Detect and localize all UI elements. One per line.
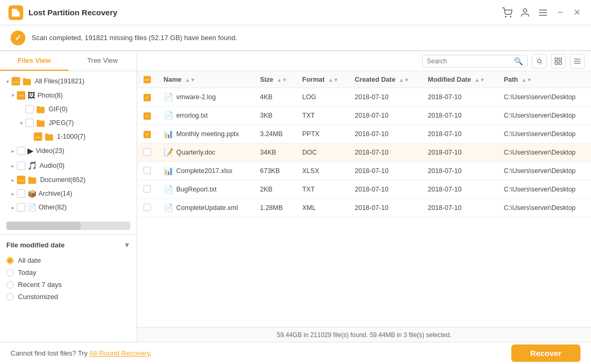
col-header-format[interactable]: Format ▲▼ bbox=[297, 71, 350, 88]
file-type-icon: 📄 bbox=[164, 203, 173, 213]
file-type-icon: 📄 bbox=[164, 185, 173, 194]
table-row[interactable]: 📝 Quarterly.doc 34KB DOC 2018-07-10 2018… bbox=[137, 143, 591, 162]
minimize-button[interactable]: − bbox=[555, 7, 565, 18]
radio-recent7[interactable] bbox=[6, 281, 14, 289]
col-header-path[interactable]: Path ▲▼ bbox=[499, 71, 591, 88]
file-type-icon: 📝 bbox=[164, 148, 173, 157]
tree-item-gif[interactable]: GIF(0) bbox=[17, 102, 137, 116]
svg-point-1 bbox=[510, 16, 511, 17]
all-round-recovery-link[interactable]: All-Round Recovery bbox=[89, 349, 150, 357]
header-checkbox[interactable] bbox=[144, 76, 151, 83]
row-checkbox[interactable] bbox=[144, 185, 151, 193]
svg-rect-14 bbox=[559, 62, 561, 64]
col-header-modified[interactable]: Modified Date ▲▼ bbox=[423, 71, 499, 88]
file-created: 2018-07-10 bbox=[349, 107, 423, 125]
tree-cb-other[interactable] bbox=[17, 203, 25, 212]
file-size: 3.24MB bbox=[255, 125, 297, 143]
search-box[interactable]: 🔍 bbox=[422, 55, 528, 68]
tree-cb-document[interactable] bbox=[17, 176, 25, 184]
radio-all-date[interactable] bbox=[6, 257, 14, 264]
file-table: Name ▲▼ Size ▲▼ Format ▲▼ Created Date bbox=[137, 71, 591, 327]
tree-item-audio[interactable]: 🎵 Audio(0) bbox=[8, 158, 137, 173]
col-header-name[interactable]: Name ▲▼ bbox=[158, 71, 255, 88]
file-path: C:\Users\server\Desktop bbox=[499, 143, 591, 162]
radio-custom[interactable] bbox=[6, 293, 14, 301]
sidebar-scroll: All Files(191821) 🖼 Photo(8) bbox=[0, 71, 137, 342]
content-area: 🔍 Name bbox=[137, 51, 591, 342]
sort-path-icon: ▲▼ bbox=[521, 77, 532, 83]
tree-cb-jpeg[interactable] bbox=[25, 119, 34, 127]
tree-item-video[interactable]: ▶ Video(23) bbox=[8, 143, 137, 158]
tab-files-view[interactable]: Files View bbox=[0, 51, 69, 71]
file-name: errorlog.txt bbox=[176, 112, 208, 119]
tree-cb-gif[interactable] bbox=[25, 105, 34, 113]
svg-rect-13 bbox=[555, 62, 558, 64]
row-checkbox[interactable] bbox=[144, 204, 151, 211]
file-format: LOG bbox=[297, 88, 350, 107]
tree-item-other[interactable]: 📄 Other(82) bbox=[8, 200, 137, 214]
file-type-icon: 📊 bbox=[164, 166, 173, 176]
recover-button[interactable]: Recover bbox=[511, 344, 580, 362]
table-row[interactable]: 📄 BugReport.txt 2KB TXT 2018-07-10 2018-… bbox=[137, 180, 591, 199]
col-header-created[interactable]: Created Date ▲▼ bbox=[349, 71, 423, 88]
row-checkbox[interactable] bbox=[144, 94, 151, 101]
table-row[interactable]: 📄 errorlog.txt 3KB TXT 2018-07-10 2018-0… bbox=[137, 107, 591, 125]
search-icon[interactable]: 🔍 bbox=[514, 57, 523, 65]
tree-item-all-files[interactable]: All Files(191821) bbox=[0, 74, 137, 88]
tree-cb-audio[interactable] bbox=[17, 161, 25, 170]
tree-item-archive[interactable]: 📦 Archive(14) bbox=[8, 187, 137, 200]
status-bar: 59.44GB in 211029 file(s) found. 59.44MB… bbox=[137, 327, 591, 342]
file-created: 2018-07-10 bbox=[349, 125, 423, 143]
filter-all-date[interactable]: All date bbox=[6, 254, 130, 266]
search-input[interactable] bbox=[427, 58, 514, 65]
file-name: BugReport.txt bbox=[176, 186, 216, 193]
preview-view-button[interactable] bbox=[532, 54, 547, 69]
tree-cb-video[interactable] bbox=[17, 147, 25, 155]
file-modified: 2018-07-10 bbox=[423, 199, 499, 217]
tree-label-archive: Archive(14) bbox=[39, 190, 72, 197]
table-row[interactable]: 📊 Complete2017.xlsx 673KB XLSX 2018-07-1… bbox=[137, 162, 591, 180]
table-row[interactable]: 📊 Monthly meeting.pptx 3.24MB PPTX 2018-… bbox=[137, 125, 591, 143]
filter-recent7[interactable]: Recent 7 days bbox=[6, 279, 130, 291]
tree-item-jpeg[interactable]: JPEG(7) bbox=[17, 116, 137, 130]
status-text: 59.44GB in 211029 file(s) found. 59.44MB… bbox=[277, 331, 452, 339]
sort-size-icon: ▲▼ bbox=[277, 77, 287, 83]
grid-view-button[interactable] bbox=[551, 54, 566, 69]
tree-arrow-other bbox=[8, 203, 17, 212]
filter-expand-icon: ▼ bbox=[123, 241, 130, 249]
tree-item-photo[interactable]: 🖼 Photo(8) bbox=[8, 88, 137, 102]
tree-item-1000[interactable]: 1-1000(7) bbox=[25, 130, 137, 143]
filter-title[interactable]: File modified date ▼ bbox=[6, 241, 130, 249]
tree-item-document[interactable]: Document(652) bbox=[8, 173, 137, 187]
file-type-icon: 📄 bbox=[164, 92, 173, 102]
tree-cb-photo[interactable] bbox=[17, 91, 25, 100]
svg-point-2 bbox=[523, 8, 527, 12]
table-row[interactable]: 📄 CompleteUpdate.xml 1.28MB XML 2018-07-… bbox=[137, 199, 591, 217]
tree-cb-all[interactable] bbox=[12, 77, 20, 85]
tab-tree-view[interactable]: Tree View bbox=[69, 51, 137, 71]
tree-cb-1000[interactable] bbox=[34, 132, 42, 141]
radio-today[interactable] bbox=[6, 269, 14, 276]
row-checkbox[interactable] bbox=[144, 167, 151, 174]
row-checkbox[interactable] bbox=[144, 112, 151, 120]
close-button[interactable]: ✕ bbox=[571, 7, 583, 17]
tree-group-video: ▶ Video(23) bbox=[8, 143, 137, 158]
file-type-icon: 📊 bbox=[164, 129, 173, 139]
row-checkbox[interactable] bbox=[144, 131, 151, 138]
list-view-button[interactable] bbox=[570, 54, 585, 69]
col-header-size[interactable]: Size ▲▼ bbox=[255, 71, 297, 88]
scroll-indicator[interactable] bbox=[6, 222, 130, 230]
filter-custom[interactable]: Cunstomized bbox=[6, 291, 130, 303]
menu-icon[interactable] bbox=[537, 7, 549, 18]
window-controls: − ✕ bbox=[501, 7, 583, 18]
table-row[interactable]: 📄 vmware-2.log 4KB LOG 2018-07-10 2018-0… bbox=[137, 88, 591, 107]
user-icon[interactable] bbox=[519, 7, 531, 18]
filter-today[interactable]: Today bbox=[6, 266, 130, 279]
tree-cb-archive[interactable] bbox=[17, 189, 25, 198]
file-name: CompleteUpdate.xml bbox=[176, 204, 238, 212]
row-checkbox[interactable] bbox=[144, 148, 151, 156]
file-created: 2018-07-10 bbox=[349, 88, 423, 107]
cart-icon[interactable] bbox=[501, 7, 513, 18]
sidebar-filter: File modified date ▼ All date Today Rece… bbox=[0, 234, 137, 307]
folder-icon-jpeg bbox=[36, 119, 46, 127]
